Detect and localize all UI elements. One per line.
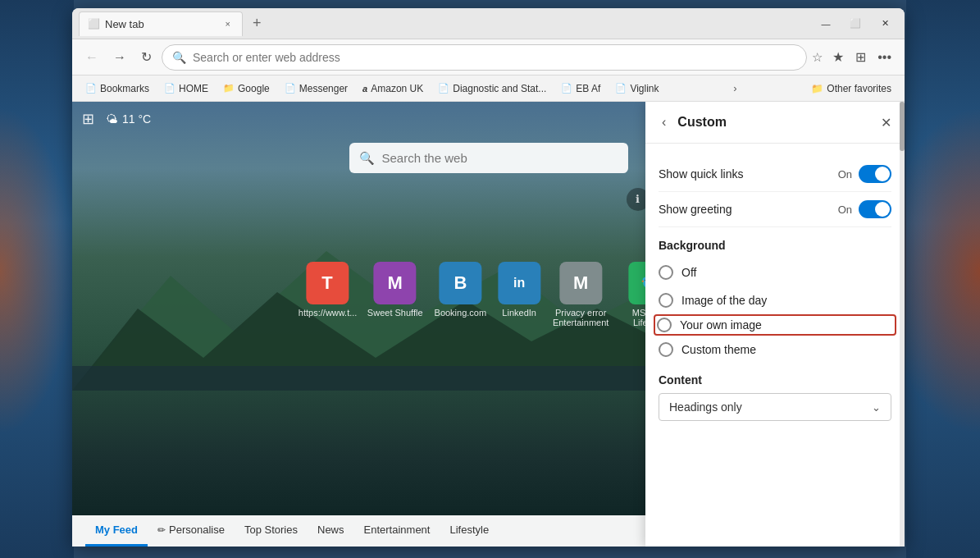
dropdown-arrow-icon: ⌄ [872,401,881,414]
panel-close-button[interactable]: ✕ [881,115,891,130]
show-quick-links-row: Show quick links On [659,157,891,192]
show-greeting-toggle[interactable] [859,200,891,218]
bg-orange-left-decoration [0,107,74,435]
content-dropdown[interactable]: Headings only ⌄ [659,393,891,421]
bookmark-icon: 📄 [438,83,449,94]
bg-radio-customtheme-label: Custom theme [681,343,756,356]
bg-radio-imageofday-label: Image of the day [681,294,767,307]
scrollbar[interactable] [900,102,905,547]
bg-radio-ownimage-circle [657,318,672,332]
quick-links: T https://www.t... M Sweet Shuffle B Boo… [299,262,678,327]
bg-radio-imageofday[interactable]: Image of the day [659,286,891,314]
bookmarks-more-button[interactable]: › [728,80,741,97]
maximize-button[interactable]: ⬜ [842,14,868,34]
weather-widget[interactable]: 🌤 11 °C [106,112,151,126]
search-icon: 🔍 [359,151,375,166]
addr-icons: ☆ [812,50,823,65]
forward-button[interactable]: → [108,47,131,68]
new-tab-button[interactable]: + [246,13,268,34]
quick-link-2[interactable]: B Booking.com [435,262,487,327]
quick-link-1[interactable]: M Sweet Shuffle [367,262,423,327]
bookmark-bookmarks[interactable]: 📄 Bookmarks [79,80,156,97]
ql-label-1: Sweet Shuffle [367,308,423,318]
show-greeting-state: On [838,204,852,216]
menu-button[interactable]: ••• [873,46,896,68]
scrollbar-thumb[interactable] [900,102,905,151]
bookmark-icon: 📄 [615,83,627,94]
quick-link-3[interactable]: in LinkedIn [498,262,540,327]
bookmark-folder-icon: 📁 [223,83,235,94]
show-quick-links-state: On [838,168,852,181]
address-input-wrap[interactable]: 🔍 [162,44,807,71]
bg-radio-ownimage-label: Your own image [680,318,762,332]
window-close-button[interactable]: ✕ [872,14,898,34]
bg-radio-customtheme-circle [659,342,673,357]
quick-link-4[interactable]: M Privacy error Entertainment [552,262,609,327]
show-quick-links-label: Show quick links [659,167,838,181]
tab-label: New tab [105,18,144,30]
bg-radio-off-circle [659,265,673,280]
bookmark-other-favorites[interactable]: 📁 Other favorites [805,80,898,97]
bookmark-ebaf[interactable]: 📄 EB Af [554,80,607,97]
bookmark-icon: 📄 [85,83,97,94]
bookmark-home[interactable]: 📄 HOME [157,80,215,97]
ql-label-4: Privacy error Entertainment [552,308,609,327]
content-dropdown-value: Headings only [669,400,742,414]
ql-icon-4: M [559,262,602,304]
news-tab-lifestyle[interactable]: Lifestyle [440,515,499,547]
edit-icon: ✏ [157,524,166,536]
bookmark-google[interactable]: 📁 Google [217,80,276,97]
panel-title: Custom [677,115,727,130]
folder-icon: 📁 [811,83,823,94]
quick-link-0[interactable]: T https://www.t... [299,262,356,327]
new-tab-page: ⊞ 🌤 11 °C ⚙ 🔍 ℹ Enjoy these mountains, b… [72,102,905,547]
bookmark-messenger[interactable]: 📄 Messenger [278,80,354,97]
favorites-icon[interactable]: ★ [827,46,849,68]
ql-label-3: LinkedIn [502,308,536,318]
bookmark-viglink[interactable]: 📄 Viglink [609,80,665,97]
bookmark-icon: 📄 [285,83,296,94]
ql-label-2: Booking.com [435,308,487,318]
bookmark-icon: 📄 [561,83,572,94]
bg-radio-off[interactable]: Off [659,258,891,286]
panel-body: Show quick links On Show greeting On Bac… [645,144,905,547]
tab-favicon: ⬜ [88,18,100,30]
collections-icon[interactable]: ⊞ [850,46,871,68]
news-tab-myfeed[interactable]: My Feed [85,515,148,547]
grid-icon[interactable]: ⊞ [82,110,94,128]
news-tab-personalise[interactable]: ✏ Personalise [148,515,235,547]
news-tab-topstories[interactable]: Top Stories [235,515,308,547]
show-greeting-row: Show greeting On [659,192,891,227]
background-section-title: Background [659,239,891,252]
ql-icon-1: M [374,262,417,304]
refresh-button[interactable]: ↻ [136,46,157,68]
address-bar: ← → ↻ 🔍 ☆ ★ ⊞ ••• [72,39,905,75]
ql-label-0: https://www.t... [299,308,356,318]
show-quick-links-toggle[interactable] [859,165,891,183]
minimize-button[interactable]: — [813,14,839,34]
toolbar-icons: ★ ⊞ ••• [827,46,896,68]
browser-tab[interactable]: ⬜ New tab × [79,11,243,36]
bookmarks-bar: 📄 Bookmarks 📄 HOME 📁 Google 📄 Messenger … [72,75,905,102]
tab-close-button[interactable]: × [222,17,234,30]
address-input[interactable] [193,51,796,64]
panel-back-button[interactable]: ‹ [659,113,669,131]
ql-icon-3: in [498,262,540,304]
custom-panel: ‹ Custom ✕ Show quick links On Show gree… [645,102,905,547]
search-input[interactable] [349,143,628,173]
bg-radio-off-label: Off [681,266,696,279]
bg-radio-customtheme[interactable]: Custom theme [659,336,891,364]
browser-window: ⬜ New tab × + — ⬜ ✕ ← → ↻ 🔍 ☆ ★ ⊞ ••• 📄 [72,8,905,547]
star-icon[interactable]: ☆ [812,50,823,65]
bg-radio-ownimage[interactable]: Your own image [654,314,896,336]
ql-icon-0: T [306,262,349,304]
bookmark-diagnostic[interactable]: 📄 Diagnostic and Stat... [431,80,553,97]
search-bar-wrap[interactable]: 🔍 [349,143,628,173]
content-section: Content Headings only ⌄ [659,373,891,421]
news-tab-news[interactable]: News [308,515,354,547]
show-greeting-label: Show greeting [659,203,838,216]
news-tab-entertainment[interactable]: Entertainment [354,515,440,547]
bookmark-amazon[interactable]: a Amazon UK [356,80,430,97]
back-button[interactable]: ← [80,47,103,68]
title-bar: ⬜ New tab × + — ⬜ ✕ [72,8,905,39]
